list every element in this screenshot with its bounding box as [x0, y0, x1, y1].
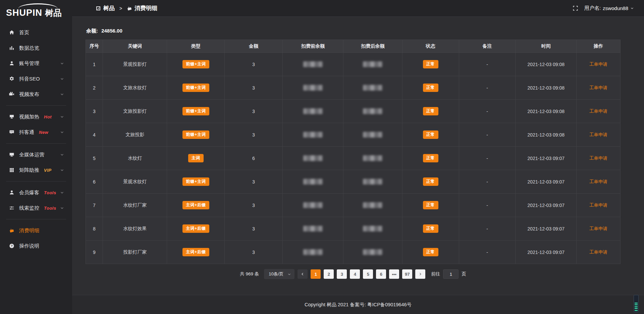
work-order-link[interactable]: 工单申请	[589, 132, 607, 137]
work-order-link[interactable]: 工单申请	[589, 203, 607, 208]
sidebar-item-lead-monitor[interactable]: 线索监控 Tools	[0, 200, 72, 216]
page-button-3[interactable]: 3	[337, 269, 347, 279]
page-button-5[interactable]: 5	[363, 269, 373, 279]
table-row: 1景观投影灯前缀+主词3正常-2021-12-03 09:08工单申请	[86, 53, 621, 76]
cell-balance-after	[343, 194, 402, 217]
sliders-icon	[9, 205, 14, 211]
sidebar-item-douyin-seo[interactable]: 抖音SEO	[0, 71, 72, 87]
goto-page-input[interactable]	[443, 269, 459, 279]
page-button-2[interactable]: 2	[324, 269, 334, 279]
cell-index: 5	[86, 147, 103, 170]
user-dropdown[interactable]: 用户名: zswodun88	[584, 5, 634, 11]
work-order-link[interactable]: 工单申请	[589, 85, 607, 90]
sidebar-item-video-heat[interactable]: 视频加热 Hot	[0, 109, 72, 124]
sidebar-item-all-media[interactable]: 全媒体运营	[0, 147, 72, 162]
cell-status: 正常	[402, 241, 459, 264]
sidebar-item-label: 会员爆客	[19, 190, 39, 196]
cell-time: 2021-12-03 09:08	[516, 76, 577, 100]
cell-keyword: 文旅水纹灯	[103, 76, 167, 100]
sidebar-item-doukezhong[interactable]: 抖客通 New	[0, 124, 72, 140]
scrollbar-widget[interactable]	[634, 295, 639, 312]
cell-amount: 6	[225, 147, 282, 170]
cell-remark: -	[459, 100, 516, 123]
bar-chart-icon	[9, 45, 14, 51]
redacted-balance	[363, 226, 382, 231]
table-row: 3文旅投影灯前缀+主词3正常-2021-12-03 09:08工单申请	[86, 100, 621, 123]
cell-balance-after	[343, 76, 402, 100]
next-page-button[interactable]	[415, 269, 425, 279]
fullscreen-button[interactable]	[573, 5, 578, 11]
cell-index: 4	[86, 123, 103, 147]
sidebar-item-member-burst[interactable]: 会员爆客 Tools	[0, 185, 72, 200]
chat-bubble-icon	[9, 129, 14, 135]
type-badge: 前缀+主词	[182, 107, 209, 115]
cell-balance-before	[282, 53, 343, 76]
chevron-down-icon	[287, 272, 291, 276]
chevron-down-icon	[60, 168, 64, 172]
sidebar-item-consumption-detail[interactable]: 消费明细	[0, 223, 72, 238]
chevron-down-icon	[60, 130, 64, 134]
cell-remark: -	[459, 194, 516, 217]
cell-remark: -	[459, 170, 516, 194]
redacted-balance	[363, 202, 382, 208]
col-header-remark: 备注	[459, 40, 516, 53]
cell-action: 工单申请	[577, 194, 621, 217]
work-order-link[interactable]: 工单申请	[589, 156, 607, 161]
sidebar-item-account-mgmt[interactable]: 账号管理	[0, 56, 72, 71]
sidebar-item-home[interactable]: 首页	[0, 25, 72, 40]
logo-text-cn: 树品	[45, 7, 62, 18]
question-icon: ?	[9, 243, 14, 249]
cell-remark: -	[459, 241, 516, 264]
work-order-link[interactable]: 工单申请	[589, 109, 607, 114]
redacted-balance	[363, 85, 382, 91]
sidebar-item-matrix-boost[interactable]: 矩阵助推 VIP	[0, 162, 72, 178]
prev-page-button[interactable]	[298, 269, 308, 279]
page-button-4[interactable]: 4	[350, 269, 360, 279]
chevron-down-icon	[60, 92, 64, 96]
type-badge: 主词	[188, 154, 204, 162]
table-row: 7水纹灯厂家主词+后缀3正常-2021-12-03 09:07工单申请	[86, 194, 621, 217]
sidebar-item-label: 抖音SEO	[19, 76, 40, 82]
breadcrumb-item-current[interactable]: 消费明细	[127, 4, 157, 12]
breadcrumb-item-home[interactable]: 树品	[96, 4, 115, 12]
cell-amount: 3	[225, 170, 282, 194]
work-order-link[interactable]: 工单申请	[589, 62, 607, 67]
redacted-balance	[303, 85, 323, 91]
chevron-right-icon	[418, 272, 422, 276]
page-button-97[interactable]: 97	[402, 269, 412, 279]
cell-balance-before	[282, 76, 343, 100]
menu-divider	[6, 105, 66, 106]
page-size-select[interactable]: 10条/页	[264, 269, 294, 279]
cell-action: 工单申请	[577, 100, 621, 123]
cell-status: 正常	[402, 217, 459, 241]
cell-amount: 3	[225, 194, 282, 217]
type-badge: 前缀+主词	[182, 84, 209, 92]
status-badge: 正常	[423, 154, 438, 162]
type-badge: 主词+后缀	[182, 224, 209, 233]
cell-amount: 3	[225, 123, 282, 147]
cell-balance-after	[343, 100, 402, 123]
work-order-link[interactable]: 工单申请	[589, 226, 607, 231]
redacted-balance	[303, 61, 323, 67]
cell-keyword: 水纹灯效果	[103, 217, 167, 241]
work-order-link[interactable]: 工单申请	[589, 250, 607, 255]
sidebar-item-video-publish[interactable]: 视频发布	[0, 87, 72, 102]
cell-keyword: 投影灯厂家	[103, 241, 167, 264]
page-button-1[interactable]: 1	[311, 269, 321, 279]
page-button-6[interactable]: 6	[376, 269, 386, 279]
username-label: 用户名:	[584, 5, 601, 11]
cell-index: 2	[86, 76, 103, 100]
cell-index: 6	[86, 170, 103, 194]
cell-remark: -	[459, 53, 516, 76]
sidebar-item-data-overview[interactable]: 数据总览	[0, 40, 72, 56]
cell-balance-after	[343, 241, 402, 264]
sidebar-item-instructions[interactable]: ? 操作说明	[0, 238, 72, 254]
goto-page: 前往 页	[431, 269, 466, 279]
page-ellipsis-button[interactable]: •••	[389, 269, 399, 279]
work-order-link[interactable]: 工单申请	[589, 179, 607, 184]
cell-keyword: 文旅投影灯	[103, 100, 167, 123]
type-badge: 前缀+主词	[182, 60, 209, 68]
status-badge: 正常	[423, 107, 438, 115]
type-badge: 前缀+主词	[182, 130, 209, 139]
redacted-balance	[303, 132, 323, 138]
